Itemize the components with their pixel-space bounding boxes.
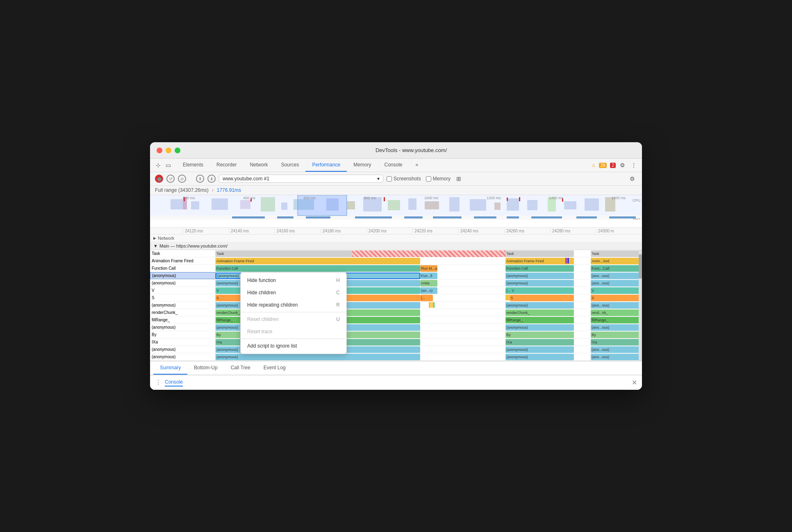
full-range-label: Full range (34307.26ms) — [155, 187, 209, 193]
by-bar-3[interactable]: By — [591, 332, 642, 338]
mwa-bar[interactable]: mWa — [420, 280, 437, 286]
memory-checkbox[interactable] — [426, 176, 431, 182]
upload-button[interactable]: ⬆ — [196, 175, 204, 183]
fill-bar-2[interactable]: fillRange_ — [505, 317, 574, 323]
tab-elements[interactable]: Elements — [176, 159, 210, 172]
anon2-bar-2[interactable]: (anonymous) — [505, 280, 574, 286]
record-button[interactable]: ⬤ — [155, 175, 163, 183]
s-bar-2[interactable]: S — [510, 295, 574, 301]
clear-button[interactable]: ⊘ — [178, 175, 186, 183]
reload-button[interactable]: ↺ — [166, 175, 175, 183]
ctx-hide-children-label: Hide children — [247, 290, 276, 296]
row-label-anon4: (anonymous) — [150, 324, 216, 331]
tab-sources[interactable]: Sources — [274, 159, 305, 172]
screenshots-checkbox[interactable] — [387, 176, 392, 182]
ixa-bar-2[interactable]: IXa — [505, 339, 574, 346]
v-bar-2[interactable]: (... V — [505, 287, 574, 294]
table-row: IXa IXa IXa IXa — [150, 339, 642, 346]
render-bar-3[interactable]: rend...nk_ — [591, 309, 642, 316]
row-bars-func[interactable]: Function Call Run M...asks Function Call… — [216, 265, 642, 272]
render-bar-2[interactable]: renderChunk_ — [505, 309, 574, 316]
funll-bar[interactable]: Fun...ll — [420, 273, 437, 279]
anon2-bar-3[interactable]: (ano...ous) — [591, 280, 642, 286]
anim-bar-1[interactable]: Animation Frame Fired — [216, 258, 420, 264]
more-options-icon[interactable]: ⋮ — [629, 160, 639, 170]
settings-icon[interactable]: ⚙ — [617, 160, 627, 170]
anon6-bar-3[interactable]: (ano...ous) — [591, 354, 642, 360]
tab-bottom-up[interactable]: Bottom-Up — [187, 361, 224, 375]
tab-console[interactable]: Console — [378, 159, 409, 172]
console-label[interactable]: Console — [165, 379, 183, 386]
screenshots-checkbox-label[interactable]: Screenshots — [387, 176, 421, 182]
anon5-bar-2[interactable]: (anonymous) — [505, 346, 574, 353]
tab-network[interactable]: Network — [243, 159, 274, 172]
anon6-bar-2[interactable]: (anonymous) — [505, 354, 574, 360]
table-row: Animation Frame Fired Animation Frame Fi… — [150, 257, 642, 265]
cursor-icon[interactable]: ⊹ — [153, 160, 163, 170]
download-button[interactable]: ⬇ — [207, 175, 216, 183]
capture-icon[interactable]: ⊞ — [454, 174, 464, 184]
main-collapse-icon[interactable]: ▼ — [153, 243, 158, 248]
anon4-bar-3[interactable]: (ano...ous) — [591, 324, 642, 331]
scrollbar[interactable] — [639, 250, 642, 361]
anon-bar-3[interactable]: (ano...ous) — [591, 273, 642, 279]
func-bar-1[interactable]: Function Call — [216, 265, 420, 272]
v-bar-3[interactable]: V — [591, 287, 642, 294]
task-bar-2[interactable]: Task — [505, 250, 574, 257]
tick-7: 24260 ms — [504, 229, 550, 233]
device-icon[interactable]: ▭ — [163, 160, 173, 170]
anon3-bar-2[interactable]: (anonymous) — [505, 302, 574, 309]
ctx-hide-repeating[interactable]: Hide repeating children R — [241, 299, 346, 311]
anon5-bar-3[interactable]: (ano...ous) — [591, 346, 642, 353]
svg-rect-32 — [277, 216, 294, 218]
nav-tabs: ⊹ ▭ Elements Recorder Network Sources Pe… — [150, 159, 642, 172]
ans-bar[interactable]: (an...s) — [420, 287, 437, 294]
func-bar-2[interactable]: Function Call — [505, 265, 574, 272]
anon6-bar-1[interactable]: (anonymous) — [216, 354, 420, 360]
ctx-add-ignore[interactable]: Add script to ignore list — [241, 340, 346, 352]
s-bar-3[interactable]: S — [591, 295, 642, 301]
run-masks-bar[interactable]: Run M...asks — [420, 265, 437, 272]
ctx-hide-children[interactable]: Hide children C — [241, 286, 346, 299]
console-dots[interactable]: ⋮ — [155, 379, 162, 386]
row-bars-anim[interactable]: Animation Frame Fired Animation Frame Fi… — [216, 257, 642, 264]
tab-summary[interactable]: Summary — [153, 361, 187, 375]
ctx-hide-function[interactable]: Hide function H — [241, 274, 346, 286]
scroll-thumb[interactable] — [639, 254, 642, 279]
console-close-button[interactable]: ✕ — [632, 379, 637, 386]
anim-bar-2[interactable]: Animation Frame Fired — [505, 258, 574, 264]
network-row[interactable]: ▶ Network — [150, 234, 642, 242]
overview-label-2: 400 ms — [243, 196, 255, 200]
tab-event-log[interactable]: Event Log — [257, 361, 292, 375]
anon4-bar-2[interactable]: (anonymous) — [505, 324, 574, 331]
task-bar-hatch[interactable] — [352, 250, 514, 257]
anim-bar-3[interactable]: Anim...ired — [591, 258, 642, 264]
tab-performance[interactable]: Performance — [305, 159, 347, 172]
anon3-bar-3[interactable]: (ano...ous) — [591, 302, 642, 309]
minimize-button[interactable] — [166, 148, 171, 153]
tab-more[interactable]: » — [409, 159, 425, 172]
overview-chart[interactable]: 200 ms 400 ms 600 ms 800 ms 1000 ms 1200… — [150, 195, 642, 220]
tab-memory[interactable]: Memory — [347, 159, 378, 172]
overview-area[interactable]: 200 ms 400 ms 600 ms 800 ms 1000 ms 1200… — [150, 195, 642, 228]
task-bar-3[interactable]: Task — [591, 250, 642, 257]
settings-gear-icon[interactable]: ⚙ — [627, 174, 637, 184]
maximize-button[interactable] — [175, 148, 180, 153]
fill-bar-3[interactable]: fillRange_ — [591, 317, 642, 323]
anon-bar-2[interactable]: (anonymous) — [505, 273, 574, 279]
title-bar: DevTools - www.youtube.com/ — [150, 142, 642, 159]
tab-recorder[interactable]: Recorder — [210, 159, 243, 172]
dot-bar[interactable]: (... — [420, 295, 433, 301]
memory-checkbox-label[interactable]: Memory — [426, 176, 451, 182]
row-bars-anon6[interactable]: (anonymous) (anonymous) (ano...ous) — [216, 353, 642, 360]
row-label-render: renderChunk_ — [150, 309, 216, 316]
close-button[interactable] — [157, 148, 162, 153]
network-collapse-icon[interactable]: ▶ — [153, 236, 156, 240]
func-bar-3[interactable]: Func...Call — [591, 265, 642, 272]
row-bars-task[interactable]: Task Task Task — [216, 250, 642, 257]
by-bar-2[interactable]: By — [505, 332, 574, 338]
url-dropdown-icon[interactable]: ▾ — [377, 176, 380, 182]
tab-call-tree[interactable]: Call Tree — [224, 361, 257, 375]
ixa-bar-3[interactable]: IXa — [591, 339, 642, 346]
url-selector[interactable]: www.youtube.com #1 ▾ — [219, 175, 383, 183]
